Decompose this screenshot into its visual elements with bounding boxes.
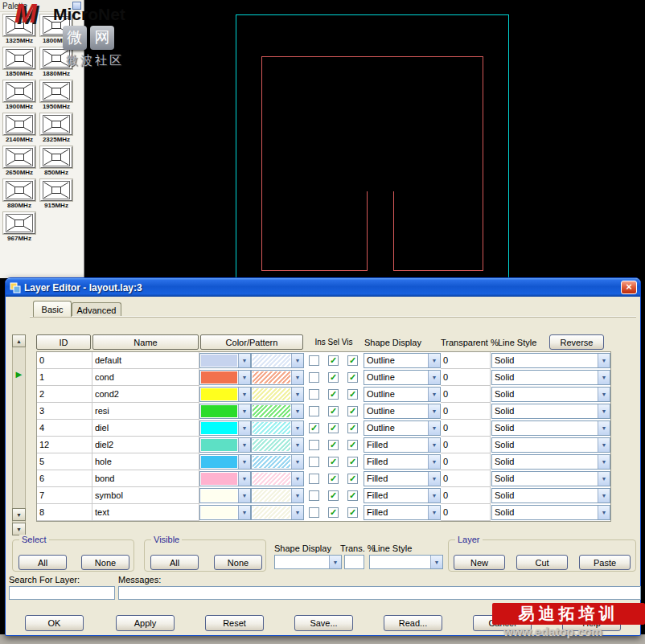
vis-checkbox[interactable]: ✓ — [347, 372, 358, 383]
column-header-id[interactable]: ID — [36, 334, 91, 350]
line-style-dropdown[interactable]: Solid▼ — [491, 370, 610, 385]
layer-id-cell[interactable]: 3 — [37, 403, 92, 420]
chevron-down-icon[interactable]: ▼ — [291, 421, 303, 435]
chevron-down-icon[interactable]: ▼ — [238, 388, 250, 401]
chevron-down-icon[interactable]: ▼ — [428, 354, 440, 367]
layer-pattern-dropdown[interactable]: ▼ — [251, 488, 304, 503]
transparent-cell[interactable]: 0 — [441, 420, 491, 437]
layer-name-cell[interactable]: cond — [92, 369, 199, 386]
shape-display-dropdown[interactable]: Filled▼ — [364, 471, 441, 486]
chevron-down-icon[interactable]: ▼ — [238, 404, 250, 418]
transparent-cell[interactable]: 0 — [441, 487, 491, 504]
chevron-down-icon[interactable]: ▼ — [291, 371, 303, 384]
transparent-cell[interactable]: 0 — [441, 369, 491, 386]
reset-button[interactable]: Reset — [205, 615, 264, 631]
line-style-dropdown[interactable]: Solid▼ — [491, 437, 610, 453]
ins-checkbox[interactable] — [309, 355, 319, 366]
chevron-down-icon[interactable]: ▼ — [238, 421, 250, 435]
sel-checkbox[interactable]: ✓ — [328, 507, 339, 518]
line-style-dropdown[interactable]: Solid▼ — [491, 404, 610, 419]
layer-pattern-dropdown[interactable]: ▼ — [251, 454, 304, 470]
chevron-down-icon[interactable]: ▼ — [598, 388, 610, 401]
transparent-cell[interactable]: 0 — [441, 453, 491, 470]
ins-checkbox[interactable] — [309, 457, 319, 467]
select-none-button[interactable]: None — [81, 555, 129, 570]
palette-item-1850mhz[interactable]: 1850MHz — [2, 47, 37, 77]
chevron-down-icon[interactable]: ▼ — [598, 506, 610, 519]
chevron-down-icon[interactable]: ▼ — [291, 438, 303, 452]
column-header-color-pattern[interactable]: Color/Pattern — [200, 334, 303, 350]
bulk-shape-display-dropdown[interactable]: ▼ — [274, 555, 342, 569]
ins-checkbox[interactable]: ✓ — [309, 423, 319, 433]
shape-display-dropdown[interactable]: Filled▼ — [364, 488, 441, 503]
transparent-cell[interactable]: 0 — [441, 470, 491, 487]
layer-pattern-dropdown[interactable]: ▼ — [251, 353, 304, 368]
ins-checkbox[interactable] — [309, 372, 319, 383]
paste-layer-button[interactable]: Paste — [579, 555, 631, 570]
palette-item-2140mhz[interactable]: 2140MHz — [2, 113, 37, 143]
layer-name-cell[interactable]: cond2 — [92, 386, 199, 403]
palette-item-2325mhz[interactable]: 2325MHz — [39, 113, 74, 143]
layer-id-cell[interactable]: 7 — [37, 487, 92, 504]
layer-id-cell[interactable]: 4 — [37, 420, 92, 437]
layer-id-cell[interactable]: 2 — [37, 386, 92, 403]
layer-name-cell[interactable]: symbol — [92, 487, 199, 504]
vis-checkbox[interactable]: ✓ — [347, 507, 358, 518]
read-button[interactable]: Read... — [384, 615, 442, 631]
layer-pattern-dropdown[interactable]: ▼ — [251, 471, 304, 486]
shape-display-dropdown[interactable]: Filled▼ — [364, 454, 441, 470]
shape-display-dropdown[interactable]: Outline▼ — [364, 353, 441, 368]
sel-checkbox[interactable]: ✓ — [328, 440, 339, 450]
palette-item-1325mhz[interactable]: 1325MHz — [2, 14, 37, 44]
layer-name-cell[interactable]: diel — [92, 420, 199, 437]
column-header-name[interactable]: Name — [92, 334, 199, 350]
layer-id-cell[interactable]: 0 — [37, 352, 92, 369]
chevron-down-icon[interactable]: ▼ — [598, 472, 610, 486]
chevron-down-icon[interactable]: ▼ — [291, 506, 303, 519]
layer-name-cell[interactable]: hole — [92, 453, 199, 470]
palette-item-850mhz[interactable]: 850MHz — [39, 146, 74, 176]
chevron-down-icon[interactable]: ▼ — [428, 455, 440, 469]
reverse-button[interactable]: Reverse — [549, 334, 604, 350]
palette-item-915mhz[interactable]: 915MHz — [39, 179, 74, 209]
chevron-down-icon[interactable]: ▼ — [238, 438, 250, 452]
line-style-dropdown[interactable]: Solid▼ — [491, 505, 610, 520]
chevron-down-icon[interactable]: ▼ — [238, 472, 250, 486]
chevron-down-icon[interactable]: ▼ — [291, 455, 303, 469]
layer-color-dropdown[interactable]: ▼ — [199, 353, 251, 368]
line-style-dropdown[interactable]: Solid▼ — [491, 387, 610, 402]
chevron-down-icon[interactable]: ▼ — [238, 506, 250, 519]
layer-id-cell[interactable]: 8 — [37, 504, 92, 521]
chevron-down-icon[interactable]: ▼ — [291, 404, 303, 418]
layer-id-cell[interactable]: 6 — [37, 470, 92, 487]
chevron-down-icon[interactable]: ▼ — [428, 421, 440, 435]
dialog-titlebar[interactable]: Layer Editor - layout.lay:3 × — [6, 278, 640, 297]
palette-item-1950mhz[interactable]: 1950MHz — [39, 80, 74, 110]
layer-color-dropdown[interactable]: ▼ — [199, 404, 251, 419]
tab-advanced[interactable]: Advanced — [72, 302, 121, 317]
cut-layer-button[interactable]: Cut — [516, 555, 568, 570]
chevron-down-icon[interactable]: ▼ — [428, 472, 440, 486]
vis-checkbox[interactable]: ✓ — [347, 490, 358, 501]
new-layer-button[interactable]: New — [454, 555, 505, 570]
save-button[interactable]: Save... — [294, 615, 353, 631]
chevron-down-icon[interactable]: ▼ — [598, 404, 610, 418]
sel-checkbox[interactable]: ✓ — [328, 372, 339, 383]
layer-color-dropdown[interactable]: ▼ — [199, 488, 251, 503]
layer-id-cell[interactable]: 5 — [37, 453, 92, 470]
vis-checkbox[interactable]: ✓ — [347, 457, 358, 467]
chevron-down-icon[interactable]: ▼ — [291, 388, 303, 401]
search-input[interactable] — [9, 586, 115, 600]
chevron-down-icon[interactable]: ▼ — [291, 354, 303, 367]
sel-checkbox[interactable]: ✓ — [328, 457, 339, 467]
ins-checkbox[interactable] — [309, 507, 319, 518]
layer-color-dropdown[interactable]: ▼ — [199, 387, 251, 402]
vis-checkbox[interactable]: ✓ — [347, 423, 358, 433]
palette-item-1900mhz[interactable]: 1900MHz — [2, 80, 37, 110]
sel-checkbox[interactable]: ✓ — [328, 355, 339, 366]
chevron-down-icon[interactable]: ▼ — [238, 354, 250, 367]
visible-all-button[interactable]: All — [150, 555, 199, 570]
shape-display-dropdown[interactable]: Filled▼ — [364, 437, 441, 453]
layer-name-cell[interactable]: bond — [92, 470, 199, 487]
vis-checkbox[interactable]: ✓ — [347, 355, 358, 366]
